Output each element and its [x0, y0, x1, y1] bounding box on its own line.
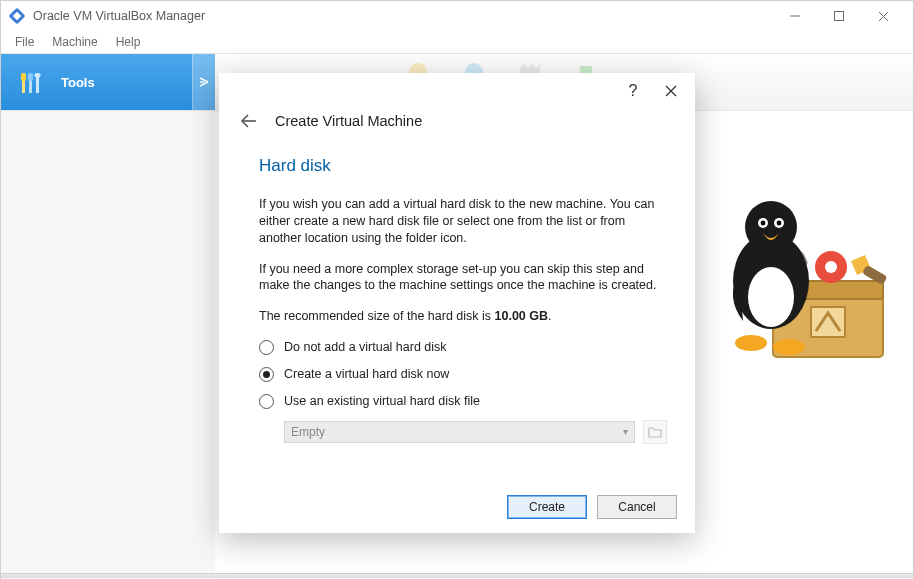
chevron-down-icon: ▾ [623, 425, 628, 439]
wizard-title: Create Virtual Machine [275, 113, 422, 129]
radio-icon [259, 394, 274, 409]
svg-rect-8 [29, 79, 32, 93]
reco-size: 10.00 GB [495, 309, 549, 323]
dialog-help-button[interactable]: ? [623, 81, 643, 101]
svg-point-23 [825, 261, 837, 273]
window-title: Oracle VM VirtualBox Manager [33, 9, 205, 23]
menu-file[interactable]: File [7, 33, 42, 51]
svg-point-31 [777, 221, 782, 226]
menu-machine[interactable]: Machine [44, 33, 105, 51]
paragraph-1: If you wish you can add a virtual hard d… [259, 196, 667, 247]
reco-post: . [548, 309, 551, 323]
browse-folder-button[interactable] [643, 420, 667, 444]
vm-list-pane [1, 111, 215, 579]
section-title: Hard disk [259, 155, 667, 178]
tools-label: Tools [61, 75, 95, 90]
radio-label: Do not add a virtual hard disk [284, 339, 447, 356]
window-controls [773, 2, 905, 30]
tools-icon [17, 67, 47, 97]
menu-help[interactable]: Help [108, 33, 149, 51]
create-button[interactable]: Create [507, 495, 587, 519]
dialog-footer: Create Cancel [507, 495, 677, 519]
tux-mascot-illustration [713, 171, 893, 371]
combo-value: Empty [291, 424, 325, 440]
close-button[interactable] [861, 2, 905, 30]
minimize-button[interactable] [773, 2, 817, 30]
svg-rect-7 [21, 73, 26, 81]
radio-existing-disk[interactable]: Use an existing virtual hard disk file [259, 393, 667, 410]
svg-point-26 [748, 267, 794, 327]
existing-disk-combo[interactable]: Empty ▾ [284, 421, 635, 443]
tools-expand-icon[interactable] [192, 54, 215, 110]
radio-label: Create a virtual hard disk now [284, 366, 449, 383]
recommended-size-text: The recommended size of the hard disk is… [259, 308, 667, 325]
dialog-close-button[interactable] [661, 81, 681, 101]
radio-no-disk[interactable]: Do not add a virtual hard disk [259, 339, 667, 356]
dialog-body: Hard disk If you wish you can add a virt… [219, 137, 695, 444]
menubar: File Machine Help [1, 31, 913, 53]
maximize-button[interactable] [817, 2, 861, 30]
statusbar [1, 573, 913, 578]
main-window: Oracle VM VirtualBox Manager File Machin… [0, 0, 914, 579]
svg-point-32 [735, 335, 767, 351]
svg-point-33 [773, 339, 805, 355]
reco-pre: The recommended size of the hard disk is [259, 309, 495, 323]
create-vm-dialog: ? Create Virtual Machine Hard disk If yo… [219, 73, 695, 533]
svg-point-27 [745, 201, 797, 253]
hard-disk-radio-group: Do not add a virtual hard disk Create a … [259, 339, 667, 444]
svg-rect-3 [835, 12, 844, 21]
cancel-button[interactable]: Cancel [597, 495, 677, 519]
radio-label: Use an existing virtual hard disk file [284, 393, 480, 410]
radio-icon [259, 340, 274, 355]
tools-tab[interactable]: Tools [1, 54, 215, 110]
radio-icon [259, 367, 274, 382]
dialog-titlebar: ? [219, 73, 695, 109]
svg-rect-6 [22, 79, 25, 93]
titlebar: Oracle VM VirtualBox Manager [1, 1, 913, 31]
svg-rect-9 [28, 73, 33, 81]
dialog-header: Create Virtual Machine [219, 109, 695, 137]
back-button[interactable] [237, 109, 261, 133]
existing-disk-row: Empty ▾ [259, 420, 667, 444]
radio-create-disk[interactable]: Create a virtual hard disk now [259, 366, 667, 383]
paragraph-2: If you need a more complex storage set-u… [259, 261, 667, 295]
app-icon [9, 8, 25, 24]
svg-point-29 [761, 221, 766, 226]
